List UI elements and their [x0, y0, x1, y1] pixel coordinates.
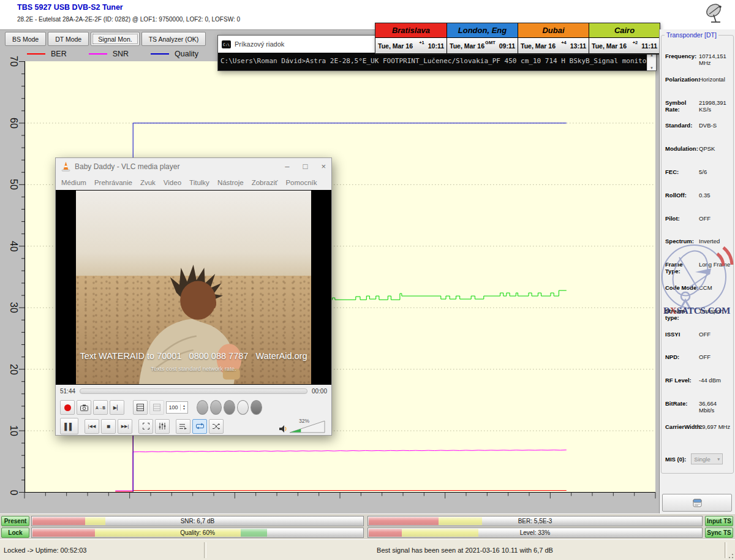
clock-time: 10:11: [428, 42, 444, 50]
seek-slider[interactable]: [80, 388, 307, 394]
filmstrip-icon: [137, 404, 144, 411]
total-time: 00:00: [312, 388, 327, 395]
input-ts-button[interactable]: Input TS: [705, 516, 733, 526]
sync-ts-button[interactable]: Sync TS: [705, 528, 733, 538]
menu-tools[interactable]: Nástroje: [217, 179, 244, 186]
clock-london: London, Eng Tue, Mar 16 GMT 09:11: [447, 23, 518, 54]
minimize-icon[interactable]: –: [285, 162, 289, 171]
menu-video[interactable]: Video: [164, 179, 181, 186]
field-value: 29,697 MHz: [699, 423, 730, 430]
next-button[interactable]: ▶▶|: [118, 419, 132, 434]
field-label: NPD:: [665, 354, 699, 360]
spin-down-icon[interactable]: ▼: [183, 407, 186, 411]
field-label: RollOff:: [665, 192, 699, 199]
y-axis-label: 10: [8, 425, 19, 436]
clock-city: London, Eng: [447, 23, 518, 38]
field-value: 10714,151 MHz: [699, 53, 733, 66]
sidebar-tool-button[interactable]: [662, 494, 732, 512]
transponder-groupbox: Transponder [DT] Frequency:10714,151 MHz…: [661, 35, 734, 474]
pause-button[interactable]: ▌▌: [60, 418, 78, 434]
spinner-arrows[interactable]: ▲▼: [180, 404, 187, 411]
legend-label-ber: BER: [51, 50, 67, 58]
ab-loop-button[interactable]: A→B: [93, 400, 108, 415]
legend-item-quality: Quality: [151, 50, 198, 58]
speaker-icon: [279, 425, 287, 433]
y-axis-label: 60: [8, 118, 19, 129]
cmd-scrollbar[interactable]: ▲ ▼: [647, 53, 656, 70]
frame-by-frame-button[interactable]: ▶▏: [110, 400, 124, 415]
volume-control[interactable]: 32%: [279, 420, 325, 433]
best-signal-status: Best signal has been seen at 2021-03-16 …: [206, 540, 724, 560]
field-label: Standard:: [665, 122, 699, 129]
record-button[interactable]: [60, 400, 75, 415]
menu-subtitles[interactable]: Titulky: [189, 179, 209, 186]
y-axis-label: 50: [8, 179, 19, 190]
menu-view[interactable]: Zobraziť: [252, 179, 278, 186]
vlc-titlebar[interactable]: Baby Daddy - VLC media player – □ ×: [56, 158, 331, 175]
docked-playlist-button[interactable]: [133, 400, 148, 415]
close-icon[interactable]: ×: [321, 162, 326, 171]
field-label: Polarization:: [665, 76, 699, 83]
toggle-oval-5[interactable]: [251, 400, 262, 415]
field-label: Frequency:: [665, 53, 699, 59]
clock-bratislava: Bratislava Tue, Mar 16 +1 10:11: [375, 23, 447, 54]
tab-dt-mode[interactable]: DT Mode: [48, 32, 89, 46]
tab-ts-analyzer[interactable]: TS Analyzer (OK): [141, 32, 206, 46]
extended-settings-button[interactable]: [155, 419, 170, 434]
elapsed-time: 51:44: [60, 388, 75, 395]
toggle-oval-2[interactable]: [210, 400, 222, 415]
clock-time: 09:11: [499, 42, 515, 50]
stop-icon: ■: [107, 423, 110, 429]
vlc-window: Baby Daddy - VLC media player – □ × Médi…: [55, 157, 332, 436]
snr-line-swatch: [89, 53, 107, 55]
tab-bs-mode[interactable]: BS Mode: [5, 32, 46, 46]
previous-button[interactable]: |◀◀: [85, 419, 99, 434]
scroll-down-icon[interactable]: ▼: [650, 66, 654, 70]
speed-spinner[interactable]: 100 ▲▼: [166, 401, 188, 414]
playlist-button[interactable]: [176, 419, 190, 434]
row-issyi: ISSYIOFF: [665, 331, 733, 354]
row-fec: FEC:5/6: [665, 168, 733, 192]
field-value: OFF: [699, 215, 710, 222]
toggle-oval-1[interactable]: [197, 400, 208, 415]
frame-step-icon: ▶▏: [113, 405, 121, 411]
toggle-oval-3[interactable]: [224, 400, 235, 415]
menu-medium[interactable]: Médium: [61, 179, 86, 186]
menu-playback[interactable]: Prehrávanie: [94, 179, 132, 186]
field-label: RF Level:: [665, 377, 699, 384]
stop-button[interactable]: ■: [101, 419, 116, 434]
field-label: BitRate:: [665, 400, 699, 407]
transponder-rows: Frequency:10714,151 MHz Polarization:Hor…: [665, 53, 733, 447]
equalizer-sliders-icon: [159, 423, 166, 429]
field-value: 21998,391 KS/s: [699, 99, 733, 113]
field-label: FEC:: [665, 168, 699, 175]
tuner-subtitle: 28.2E - Eutelsat 28A-2A-2E-2F (ID: 0282)…: [17, 16, 240, 23]
menu-audio[interactable]: Zvuk: [140, 179, 156, 186]
loop-button[interactable]: [192, 419, 207, 434]
menu-help[interactable]: Pomocník: [285, 179, 317, 186]
ber-meter: BER: 5,5E-3: [368, 516, 703, 526]
toggle-oval-4[interactable]: [237, 400, 249, 415]
ab-loop-icon: A→B: [96, 406, 105, 410]
maximize-icon[interactable]: □: [303, 162, 308, 171]
tab-signal-mon[interactable]: Signal Mon.: [91, 32, 139, 46]
fullscreen-button[interactable]: [138, 419, 153, 434]
snapshot-button[interactable]: [77, 400, 91, 415]
quality-meter: Quality: 60%: [31, 528, 364, 538]
mis-select[interactable]: Single ▾: [691, 453, 723, 464]
row-frequency: Frequency:10714,151 MHz: [665, 53, 733, 76]
video-frame: Text WATERAID to 70001 0800 088 7787 Wat…: [76, 191, 311, 384]
y-axis-label: 0: [8, 490, 19, 495]
volume-percent: 32%: [299, 418, 309, 424]
vlc-video-area[interactable]: Text WATERAID to 70001 0800 088 7787 Wat…: [56, 190, 331, 385]
mode-tabs: BS Mode DT Mode Signal Mon. TS Analyzer …: [5, 32, 206, 45]
shuffle-button[interactable]: [209, 419, 224, 434]
quality-line-swatch: [151, 53, 169, 55]
field-label: Code Mode:: [665, 284, 699, 291]
field-value: QPSK: [699, 145, 715, 152]
resize-grip[interactable]: [726, 551, 734, 559]
row-rolloff: RollOff:0.35: [665, 192, 733, 215]
docked-playlist-button-2[interactable]: [149, 400, 164, 415]
lock-indicator: Lock: [1, 528, 29, 538]
row-stream-type: Stream type:Transport: [665, 308, 733, 331]
